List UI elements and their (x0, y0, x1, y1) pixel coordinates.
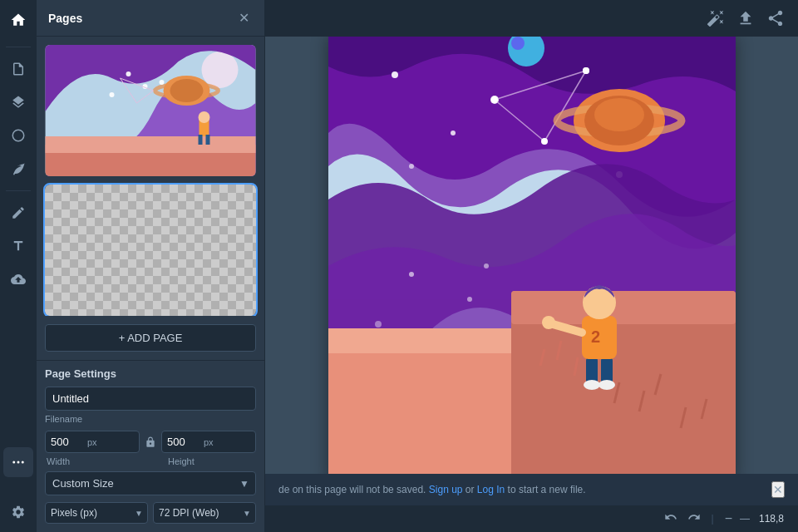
shape-icon[interactable] (3, 121, 33, 150)
signup-link[interactable]: Sign up (429, 484, 463, 495)
page-2-thumb[interactable]: 2 of 2 ✕ (45, 185, 256, 316)
canvas-area[interactable]: 2 (265, 37, 798, 474)
svg-rect-17 (46, 136, 256, 153)
zoom-value: 118,8 (755, 513, 788, 525)
svg-point-1 (12, 461, 15, 464)
svg-point-68 (375, 321, 382, 328)
width-label: Width (45, 456, 135, 466)
svg-point-38 (541, 138, 548, 145)
svg-point-65 (542, 316, 555, 329)
main-area: 2 de on this page will not be saved. Sig… (265, 0, 798, 532)
share-icon[interactable] (766, 9, 785, 27)
size-preset-select[interactable]: Custom Size Letter A4 Social Post (45, 471, 256, 495)
add-page-button[interactable]: + ADD PAGE (45, 324, 256, 352)
svg-point-44 (594, 98, 644, 131)
svg-point-32 (409, 164, 414, 169)
width-input-wrap: px (45, 431, 140, 453)
svg-point-66 (409, 272, 414, 277)
pages-panel-title: Pages (48, 12, 82, 25)
left-toolbar (0, 0, 37, 532)
svg-point-9 (126, 71, 131, 76)
height-unit: px (204, 433, 219, 451)
svg-point-19 (199, 111, 210, 123)
toolbar-separator-2 (6, 190, 31, 191)
lock-icon[interactable] (145, 436, 156, 448)
file-icon[interactable] (3, 54, 33, 84)
unit-select[interactable]: Pixels (px) Inches (in) Centimeters (cm) (45, 502, 148, 524)
notification-text: de on this page will not be saved. Sign … (278, 484, 586, 495)
pages-close-button[interactable]: ✕ (235, 8, 253, 27)
svg-point-8 (170, 79, 204, 102)
svg-point-69 (484, 264, 489, 268)
dimensions-row: px px (45, 431, 256, 453)
layers-icon[interactable] (3, 87, 33, 117)
filename-label: Filename (45, 414, 256, 424)
unit-select-wrap: Pixels (px) Inches (in) Centimeters (cm)… (45, 502, 148, 524)
top-toolbar (265, 0, 798, 37)
svg-point-0 (12, 130, 24, 141)
export-icon[interactable] (736, 9, 755, 27)
plant-icon[interactable] (3, 154, 33, 184)
text-icon[interactable] (3, 231, 33, 261)
page-1-preview (45, 45, 256, 176)
settings-icon[interactable] (3, 497, 33, 527)
filename-input[interactable] (45, 387, 256, 411)
svg-rect-21 (206, 135, 210, 145)
svg-point-36 (491, 96, 498, 103)
svg-point-37 (583, 67, 589, 74)
svg-point-59 (584, 380, 600, 390)
size-preset-wrap: Custom Size Letter A4 Social Post ▼ (45, 471, 256, 495)
zoom-controls: | − — 118,8 (662, 510, 788, 527)
svg-point-60 (598, 380, 615, 390)
page-1-thumb[interactable]: 1 of 2 ✕ (45, 45, 256, 176)
svg-point-25 (392, 71, 398, 78)
page-settings-panel: Page Settings Filename px px Width Heigh… (37, 360, 264, 532)
bottom-controls: Pixels (px) Inches (in) Centimeters (cm)… (45, 502, 256, 524)
redo-button[interactable] (685, 510, 703, 527)
more-icon[interactable] (3, 447, 33, 477)
undo-button[interactable] (662, 510, 680, 527)
dpi-select[interactable]: 72 DPI (Web) 150 DPI 300 DPI (Print) (153, 502, 256, 524)
height-input[interactable] (162, 431, 204, 452)
notification-bar: de on this page will not be saved. Sign … (265, 474, 798, 505)
svg-rect-20 (199, 135, 203, 145)
upload-icon[interactable] (3, 264, 33, 294)
status-bar: | − — 118,8 (265, 505, 798, 532)
svg-point-3 (22, 461, 24, 464)
svg-point-40 (511, 37, 525, 50)
svg-point-5 (202, 52, 239, 88)
page-2-preview (45, 185, 256, 316)
height-label: Height (166, 456, 256, 466)
svg-point-28 (451, 131, 456, 135)
page-settings-title: Page Settings (45, 361, 256, 387)
svg-text:2: 2 (591, 328, 600, 346)
height-input-wrap: px (161, 431, 256, 453)
canvas-page: 2 (328, 37, 736, 474)
home-icon[interactable] (3, 5, 33, 35)
svg-point-2 (17, 461, 20, 464)
width-input[interactable] (46, 431, 87, 452)
pages-header: Pages ✕ (37, 0, 264, 37)
dpi-select-wrap: 72 DPI (Web) 150 DPI 300 DPI (Print) ▼ (153, 502, 256, 524)
pages-panel: Pages ✕ (37, 0, 265, 532)
svg-point-12 (160, 80, 165, 85)
zoom-minus-button[interactable]: − (722, 511, 735, 526)
notification-close-button[interactable]: ✕ (771, 481, 785, 498)
svg-point-67 (467, 297, 472, 302)
pages-list: 1 of 2 ✕ 2 of 2 ✕ (37, 37, 264, 316)
svg-point-11 (110, 92, 115, 97)
width-unit: px (87, 433, 102, 451)
login-link[interactable]: Log In (477, 484, 505, 495)
pen-icon[interactable] (3, 198, 33, 228)
dimension-labels: Width Height (45, 456, 256, 466)
toolbar-separator (6, 47, 31, 47)
magic-adjust-icon[interactable] (707, 9, 725, 27)
